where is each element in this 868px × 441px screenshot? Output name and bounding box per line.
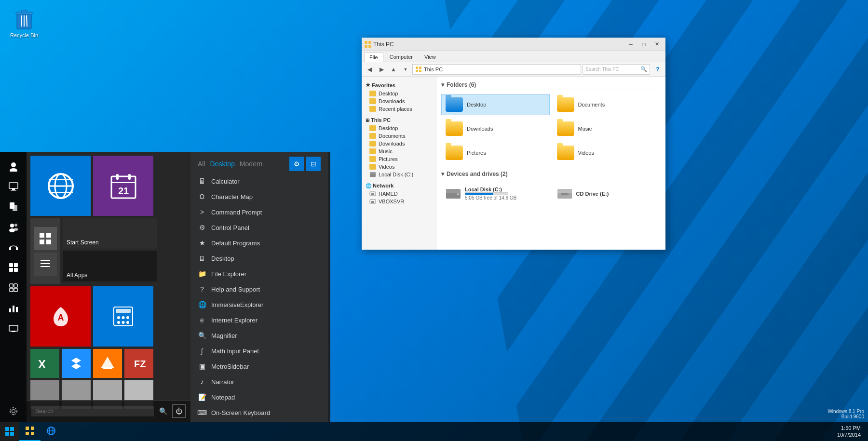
app-item[interactable]: ▣ MetroSidebar [193, 359, 326, 374]
minimize-button[interactable]: ─ [624, 40, 637, 49]
win-version-line1: Windows 8.1 Pro [827, 409, 864, 414]
tile-filezilla[interactable]: FZ [124, 349, 153, 378]
app-item[interactable]: 🖩 Calculator [193, 174, 326, 189]
sidebar-thispc-videos[interactable]: Videos [366, 163, 432, 171]
svg-line-5 [27, 15, 27, 27]
sidebar-thispc-pictures[interactable]: Pictures [366, 155, 432, 163]
search-icon[interactable]: 🔍 [158, 406, 168, 416]
svg-point-56 [126, 316, 129, 319]
drive-item-e[interactable]: CD Drive (E:) [553, 183, 661, 204]
tile-nav-startscreen[interactable] [34, 227, 57, 250]
folder-item-downloads[interactable]: Downloads [441, 118, 550, 139]
app-item[interactable]: 📝 Notepad [193, 389, 326, 405]
folder-item-videos[interactable]: Videos [553, 142, 661, 163]
app-item[interactable]: 🖥 Desktop [193, 251, 326, 266]
sidebar-headset-icon[interactable] [4, 238, 23, 257]
sidebar-downloads[interactable]: Downloads [366, 97, 432, 105]
tiles-area: 21 Start Screen [27, 152, 190, 422]
folder-item-documents[interactable]: Documents [553, 94, 661, 115]
file-explorer-title: This PC [373, 41, 623, 48]
app-item[interactable]: ⚙ Control Panel [193, 220, 326, 235]
back-button[interactable]: ◀ [364, 64, 375, 75]
recent-locations-button[interactable]: ▼ [400, 64, 411, 75]
tile-calendar[interactable]: 21 [93, 156, 153, 216]
folder-item-desktop[interactable]: Desktop [441, 94, 550, 115]
filter-modern[interactable]: Modern [240, 160, 262, 168]
app-item[interactable]: > Command Prompt [193, 204, 326, 220]
sidebar-chart-icon[interactable] [4, 298, 23, 318]
svg-marker-61 [101, 357, 114, 368]
address-bar[interactable]: This PC [412, 64, 581, 75]
up-button[interactable]: ▲ [388, 64, 399, 75]
power-button[interactable]: ⏻ [172, 404, 186, 418]
svg-line-3 [21, 15, 22, 27]
tile-ie[interactable] [30, 156, 91, 216]
app-item[interactable]: ♪ Narrator [193, 374, 326, 389]
folder-item-music[interactable]: Music [553, 118, 661, 139]
sidebar-recent-places[interactable]: Recent places [366, 105, 432, 113]
sidebar-network-vboxsvr[interactable]: VBOXSVR [366, 198, 432, 205]
sidebar-network-hamed[interactable]: HAMED [366, 190, 432, 198]
drive-item-c[interactable]: Local Disk (C:) 5.05 GB free of 14.6 GB [441, 183, 550, 204]
help-button[interactable]: ? [652, 64, 663, 75]
app-item[interactable]: e Internet Explorer [193, 312, 326, 328]
tile-excel[interactable]: X [30, 349, 59, 378]
tile-calc-blue[interactable] [93, 286, 153, 347]
apps-gear-button[interactable]: ⚙ [289, 157, 304, 171]
favorites-header-label: Favorites [372, 82, 395, 88]
folder-item-pictures[interactable]: Pictures [441, 142, 550, 163]
drives-section-title: ▾ Devices and drives (2) [441, 171, 661, 179]
sidebar-people-icon[interactable] [4, 217, 23, 237]
app-item[interactable]: ★ Default Programs [193, 235, 326, 251]
folder-icon [369, 164, 376, 170]
start-button[interactable] [0, 422, 19, 441]
filter-desktop[interactable]: Desktop [210, 160, 235, 168]
sidebar-thispc-documents[interactable]: Documents [366, 132, 432, 140]
maximize-button[interactable]: □ [637, 40, 650, 49]
app-item[interactable]: 🌐 ImmersiveExplorer [193, 297, 326, 312]
tile-dropbox[interactable] [62, 349, 91, 378]
taskbar-app-ie[interactable] [41, 422, 62, 441]
svg-rect-90 [31, 427, 34, 430]
svg-rect-44 [40, 233, 44, 238]
search-box[interactable]: Search This PC 🔍 [583, 64, 650, 75]
sidebar-thispc-desktop[interactable]: Desktop [366, 124, 432, 132]
filter-all[interactable]: All [198, 160, 205, 168]
app-icon: 🌐 [197, 299, 207, 310]
app-item[interactable]: ⌨ On-Screen Keyboard [193, 405, 326, 420]
sidebar-thispc-music[interactable]: Music [366, 147, 432, 155]
app-icon: ★ [197, 238, 207, 248]
svg-rect-8 [9, 183, 18, 188]
sidebar-windows-icon[interactable] [4, 258, 23, 277]
apps-view-button[interactable]: ⊟ [306, 157, 321, 171]
tile-start-screen[interactable]: Start Screen [63, 218, 157, 249]
app-item[interactable]: 🔍 Magnifier [193, 328, 326, 343]
tile-vlc[interactable] [93, 349, 122, 378]
forward-button[interactable]: ▶ [376, 64, 387, 75]
tile-all-apps[interactable]: All Apps [63, 251, 157, 281]
app-item[interactable]: Ω Character Map [193, 189, 326, 204]
tile-acrobat[interactable]: A [30, 286, 91, 347]
close-button[interactable]: ✕ [651, 40, 663, 49]
taskbar-time[interactable]: 1:50 PM 10/7/2014 [832, 425, 866, 439]
app-item[interactable]: ∫ Math Input Panel [193, 343, 326, 359]
taskbar-app-explorer[interactable] [19, 422, 41, 441]
sidebar-thispc-localdisk[interactable]: Local Disk (C:) [366, 171, 432, 178]
sidebar-puzzle-icon[interactable] [4, 278, 23, 297]
sidebar-tv-icon[interactable] [4, 319, 23, 338]
sidebar-files-icon[interactable] [4, 197, 23, 216]
tab-computer[interactable]: Computer [384, 52, 418, 62]
sidebar-thispc-downloads[interactable]: Downloads [366, 140, 432, 147]
app-item[interactable]: ? Help and Support [193, 281, 326, 297]
sidebar-desktop[interactable]: Desktop [366, 90, 432, 97]
start-search-input[interactable] [31, 406, 154, 416]
tab-view[interactable]: View [419, 52, 441, 62]
tile-nav-allapps[interactable] [34, 253, 57, 276]
sidebar-monitor-icon[interactable] [4, 177, 23, 196]
sidebar-settings-icon[interactable] [4, 401, 23, 421]
app-item[interactable]: 📁 File Explorer [193, 266, 326, 281]
recycle-bin[interactable]: Recycle Bin [7, 7, 41, 38]
svg-rect-77 [371, 201, 374, 203]
sidebar-user-icon[interactable] [4, 157, 23, 176]
tab-file[interactable]: File [364, 53, 383, 62]
